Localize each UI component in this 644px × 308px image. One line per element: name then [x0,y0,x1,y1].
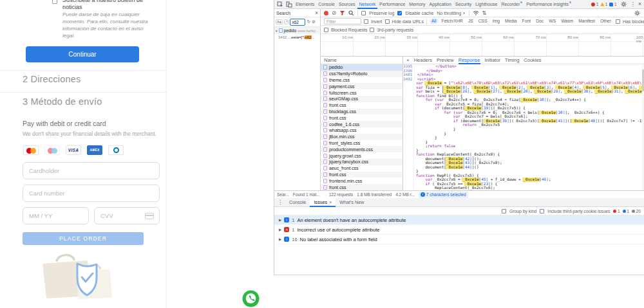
cardholder-input[interactable] [23,162,160,179]
search-match-row[interactable]: 3402 ...eeta=["\x62... [274,34,320,41]
devtools-tab-performance-insights[interactable]: Performance insights [524,0,573,9]
search-result-file[interactable]: ▾ pedido www.herbo... [274,27,320,34]
hide-data-urls-checkbox[interactable] [385,19,390,24]
search-icon[interactable] [348,10,354,16]
expand-icon[interactable]: ▶ [279,218,281,222]
network-request-row[interactable]: whatsapp.css [321,127,402,134]
drawer-kebab-icon[interactable]: ⋮ [276,199,284,205]
issue-row[interactable]: ▶×1Incorrect use of autocomplete attribu… [274,225,644,235]
kebab-menu-icon[interactable]: ⋮ [630,1,636,7]
include-third-party-checkbox[interactable] [540,209,544,213]
network-request-row[interactable]: front_styles.css [321,140,402,147]
network-request-row[interactable]: payment.css [321,83,402,89]
disable-cache-checkbox[interactable] [397,11,402,15]
response-tab-preview[interactable]: Preview [437,57,454,64]
preserve-log-checkbox[interactable] [361,11,366,15]
filter-type-all[interactable]: All [430,18,439,24]
blocked-requests-checkbox[interactable] [324,28,328,32]
network-request-row[interactable]: seurGMap.css [321,96,402,102]
devtools-tab-lighthouse[interactable]: Lighthouse [473,0,499,9]
match-case-toggle[interactable]: Aa [276,19,283,24]
error-count-badge[interactable]: 1 [591,2,598,6]
regex-toggle[interactable]: .* [284,19,289,24]
issue-row[interactable]: ▶i1An element doesn't have an autocomple… [274,215,644,225]
network-settings-gear-icon[interactable] [633,9,641,17]
filter-type-js[interactable]: JS [466,18,475,24]
close-issues-tab-icon[interactable]: × [329,200,332,204]
close-devtools-icon[interactable]: × [638,1,641,7]
response-tab-response[interactable]: Response [459,57,480,64]
drawer-tab-issues[interactable]: Issues× [310,198,336,207]
network-request-row[interactable]: fullscreen.css [321,89,402,96]
filter-input[interactable] [324,18,361,24]
network-request-row[interactable]: theme.css [321,77,402,84]
expand-icon[interactable]: ▶ [279,237,281,241]
network-request-row[interactable]: jBox.min.css [321,134,402,140]
filter-type-wasm[interactable]: Wasm [559,18,575,24]
expand-icon[interactable]: ▶ [279,228,281,231]
filter-type-img[interactable]: Img [491,18,502,24]
continue-button[interactable]: Continuar [26,46,139,62]
devtools-tab-sources[interactable]: Sources [337,0,357,9]
network-request-row[interactable]: pedido [321,64,402,71]
filter-type-font[interactable]: Font [520,18,533,24]
group-by-kind-checkbox[interactable] [502,209,506,213]
section-addresses-heading[interactable]: 2 Direcciones [23,74,80,84]
network-request-row[interactable]: frontend.min.css [321,177,402,184]
drawer-tab-what-s-new[interactable]: What's New [336,198,368,207]
section-shipping-heading[interactable]: 3 Método de envío [23,96,102,107]
response-tab-cookies[interactable]: Cookies [524,57,541,64]
network-request-row[interactable]: codfee_1.6.css [321,121,402,127]
network-request-row[interactable]: front.css [321,114,402,121]
filter-type-css[interactable]: CSS [477,18,489,24]
search-input[interactable] [290,19,305,26]
network-request-row[interactable]: front.css [321,172,402,178]
clear-icon[interactable]: ⊘ [332,10,336,16]
network-request-row[interactable]: css?family=Roboto [321,71,402,77]
drawer-tab-console[interactable]: Console [285,198,310,207]
clear-search-icon[interactable]: ⊘ [312,19,316,24]
network-request-row[interactable]: front.css [321,184,402,190]
response-tab-initiator[interactable]: Initiator [485,57,501,64]
device-toolbar-icon[interactable] [285,1,293,8]
network-request-row[interactable]: front.css [321,102,402,109]
settings-gear-icon[interactable] [620,1,628,8]
name-column-header[interactable]: Name [321,57,402,64]
invert-checkbox[interactable] [364,19,368,24]
refresh-icon[interactable]: ↻ [307,19,310,24]
response-tab-timing[interactable]: Timing [505,57,519,64]
close-detail-icon[interactable]: × [406,57,410,63]
network-overview-timeline[interactable]: 10 ms20 ms30 ms40 ms50 ms60 ms70 ms80 ms… [321,34,644,57]
whatsapp-button[interactable] [242,290,260,307]
filter-type-ws[interactable]: WS [547,18,558,24]
network-request-row[interactable]: aeuc_front.css [321,165,402,172]
newsletter-checkbox[interactable] [52,0,57,4]
inspect-icon[interactable] [276,1,284,8]
devtools-tab-memory[interactable]: Memory [407,0,427,9]
network-conditions-icon[interactable] [473,10,479,15]
network-request-row[interactable]: blocktags.css [321,109,402,115]
devtools-tab-performance[interactable]: Performance [377,0,407,9]
network-request-row[interactable]: jquery.growl.css [321,152,402,159]
devtools-tab-network[interactable]: Network [357,0,378,9]
response-tab-headers[interactable]: Headers [414,57,432,64]
throttling-select[interactable]: No throttling ▼ [437,11,465,15]
filter-type-media[interactable]: Media [503,18,519,24]
import-export-icon[interactable]: ⇅ [482,10,487,16]
filter-type-doc[interactable]: Doc [534,18,545,24]
filter-type-manifest[interactable]: Manifest [576,18,597,24]
third-party-checkbox[interactable] [370,28,374,32]
issue-row[interactable]: ▶i16No label associated with a form fiel… [274,235,644,244]
warning-count-badge[interactable]: 1 [600,2,607,6]
card-number-input[interactable] [23,185,160,202]
close-search-icon[interactable]: × [315,10,318,16]
place-order-button[interactable]: PLACE ORDER [23,232,144,245]
filter-funnel-icon[interactable] [339,10,345,16]
issue-count-badge[interactable]: 1 [609,2,616,6]
devtools-tab-security[interactable]: Security [453,0,473,9]
devtools-tab-console[interactable]: Console [316,0,337,9]
response-code-view[interactable]: 3395 </button>3396 </body>3401</html>340… [403,64,642,190]
expiry-input[interactable] [23,207,89,224]
devtools-tab-application[interactable]: Application [428,0,453,9]
filter-type-other[interactable]: Other [598,18,613,24]
